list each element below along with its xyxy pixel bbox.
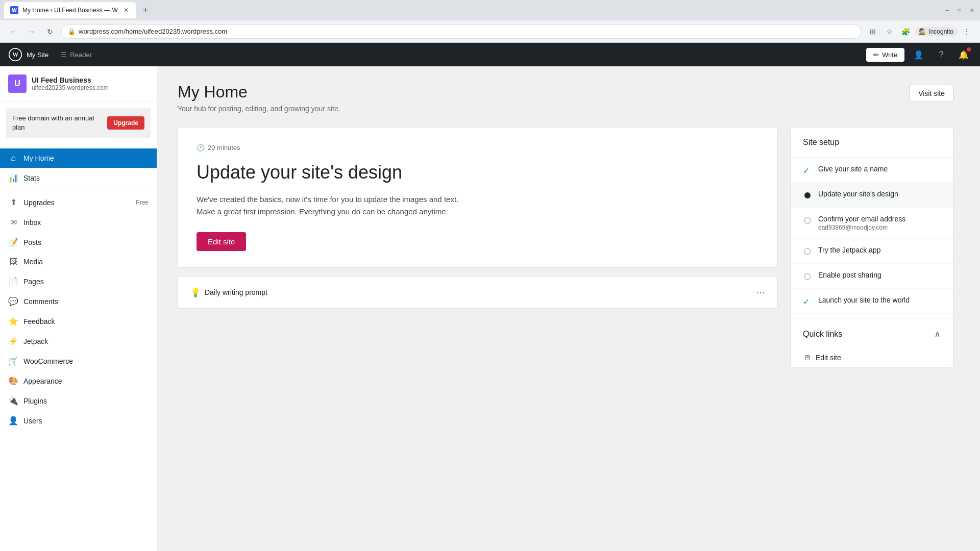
main-panels: 🕐 20 minutes Update your site's design W… [178,127,953,367]
sidebar-item-my-home[interactable]: ⌂ My Home [0,148,157,168]
media-icon: 🖼 [8,257,18,266]
time-indicator: 🕐 20 minutes [197,144,759,152]
right-panel: Site setup ✓ Give your site a name [790,127,953,367]
help-button[interactable]: ? [933,46,949,63]
left-panel: 🕐 20 minutes Update your site's design W… [178,127,778,367]
sidebar-item-stats[interactable]: 📊 Stats [0,168,157,188]
lock-icon: 🔒 [68,28,76,35]
upgrades-badge: Free [136,199,149,206]
quick-link-edit-site[interactable]: 🖥 Edit site [791,348,953,367]
sidebar-item-media[interactable]: 🖼 Media [0,252,157,271]
forward-button[interactable]: → [24,24,39,39]
setup-item-label: Confirm your email address [818,215,941,223]
sidebar-item-appearance[interactable]: 🎨 Appearance [0,371,157,391]
page-title: My Home [178,83,340,102]
upgrades-icon: ⬆ [8,197,18,207]
reader-nav-item[interactable]: ☰ Reader [57,49,96,61]
maximize-button[interactable]: □ [955,6,964,14]
close-window-button[interactable]: ✕ [968,6,976,14]
page-subtitle: Your hub for posting, editing, and growi… [178,105,340,113]
check-done-icon: ✓ [803,166,812,175]
sidebar-item-inbox[interactable]: ✉ Inbox [0,212,157,232]
site-url: uifeed20235.wordpress.com [32,84,149,91]
site-details: UI Feed Business uifeed20235.wordpress.c… [32,76,149,91]
sidebar-item-users[interactable]: 👤 Users [0,411,157,431]
setup-item-label: Try the Jetpack app [818,246,941,254]
sidebar-item-woocommerce[interactable]: 🛒 WooCommerce [0,351,157,371]
upgrade-banner: Free domain with an annual plan Upgrade [6,108,151,138]
prompt-menu-button[interactable]: ⋯ [756,287,765,298]
address-bar[interactable]: 🔒 wordpress.com/home/uifeed20235.wordpre… [61,24,862,39]
cast-icon[interactable]: ⊞ [866,24,880,39]
check-pending-icon [803,216,812,225]
setup-item-text: Give your site a name [818,165,941,173]
extension-icon[interactable]: 🧩 [898,24,913,39]
stats-icon: 📊 [8,173,18,183]
page-content: My Home Your hub for posting, editing, a… [157,66,974,384]
upgrade-button[interactable]: Upgrade [107,116,144,130]
prompt-card: 💡 Daily writing prompt ⋯ [178,276,778,309]
bookmark-icon[interactable]: ☆ [882,24,896,39]
plugins-label: Plugins [23,397,47,405]
edit-site-button[interactable]: Edit site [197,232,246,251]
edit-site-ql-icon: 🖥 [803,353,811,362]
sidebar-item-posts[interactable]: 📝 Posts [0,232,157,252]
new-tab-button[interactable]: + [138,3,153,17]
prompt-header: 💡 Daily writing prompt ⋯ [190,287,765,298]
prompt-title-text: Daily writing prompt [205,288,267,296]
clock-icon: 🕐 [197,144,205,152]
upgrades-label: Upgrades [23,198,55,207]
setup-item-site-name[interactable]: ✓ Give your site a name [791,158,953,183]
notifications-button[interactable]: 🔔 [955,46,972,63]
app-layout: W My Site ☰ Reader ✏ Write 👤 ? 🔔 [0,43,980,551]
setup-item-sharing[interactable]: Enable post sharing [791,264,953,289]
check-pending-icon [803,247,812,256]
setup-item-text: Launch your site to the world [818,296,941,304]
nav-divider-1 [8,190,149,190]
refresh-button[interactable]: ↻ [43,24,57,39]
setup-item-launch[interactable]: ✓ Launch your site to the world [791,289,953,314]
page-header: My Home Your hub for posting, editing, a… [178,83,953,113]
check-pending-icon [803,272,812,281]
upgrade-text: Free domain with an annual plan [12,114,103,132]
content-area: My Home Your hub for posting, editing, a… [157,66,980,551]
jetpack-icon: ⚡ [8,336,18,346]
check-active-icon [803,191,812,200]
browser-tab-active[interactable]: W My Home ‹ UI Feed Business — W ✕ [4,2,136,18]
minimize-button[interactable]: ─ [943,6,951,14]
setup-item-email[interactable]: Confirm your email address ead93869@mood… [791,208,953,239]
sidebar-item-comments[interactable]: 💬 Comments [0,291,157,311]
sidebar-item-upgrades[interactable]: ⬆ Upgrades Free [0,192,157,212]
wp-logo[interactable]: W My Site [8,47,48,62]
sidebar-item-jetpack[interactable]: ⚡ Jetpack [0,331,157,351]
sidebar-item-pages[interactable]: 📄 Pages [0,271,157,291]
profile-button[interactable]: 👤 [911,46,927,63]
sidebar-item-feedback[interactable]: ⭐ Feedback [0,311,157,331]
appearance-label: Appearance [23,377,62,385]
comments-icon: 💬 [8,296,18,306]
setup-item-label: Enable post sharing [818,271,941,279]
users-icon: 👤 [8,416,18,425]
posts-label: Posts [23,238,41,246]
visit-site-button[interactable]: Visit site [910,85,953,102]
my-home-label: My Home [23,154,54,162]
setup-item-design[interactable]: Update your site's design [791,183,953,208]
window-controls: ─ □ ✕ [943,6,976,14]
inbox-icon: ✉ [8,217,18,227]
jetpack-label: Jetpack [23,337,48,345]
feedback-icon: ⭐ [8,316,18,326]
tab-close-button[interactable]: ✕ [122,6,130,14]
pages-label: Pages [23,278,44,286]
quick-links-toggle-button[interactable]: ∧ [934,329,941,340]
card-body-line1: We've created the basics, now it's time … [197,195,458,204]
write-button[interactable]: ✏ Write [866,48,904,62]
my-home-icon: ⌂ [8,154,18,163]
setup-card: 🕐 20 minutes Update your site's design W… [178,127,778,268]
sidebar-item-plugins[interactable]: 🔌 Plugins [0,391,157,411]
setup-item-text: Confirm your email address ead93869@mood… [818,215,941,231]
menu-button[interactable]: ⋮ [960,24,974,39]
woocommerce-icon: 🛒 [8,356,18,366]
setup-item-jetpack[interactable]: Try the Jetpack app [791,239,953,264]
tab-title: My Home ‹ UI Feed Business — W [22,7,118,14]
back-button[interactable]: ← [6,24,20,39]
